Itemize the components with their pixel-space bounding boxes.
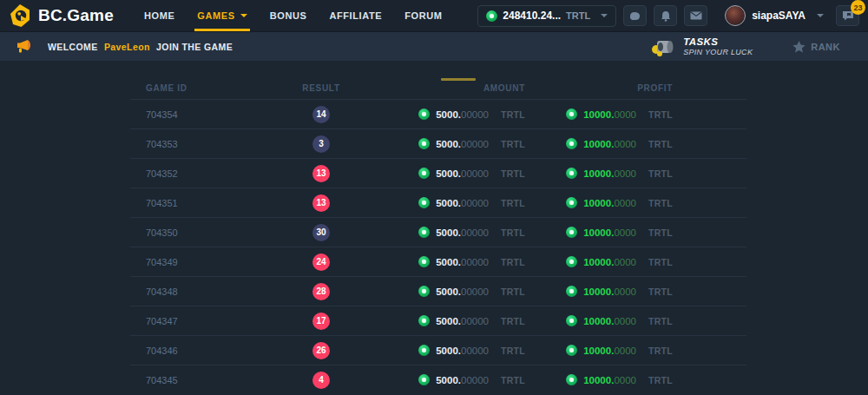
table-row[interactable]: 704347 17 5000.00000 TRTL 10000.0000 TRT… [130, 306, 746, 335]
amount-currency: TRTL [501, 346, 525, 356]
amount-cell: 5000.00000 TRTL [373, 168, 525, 179]
profit-currency: TRTL [648, 109, 673, 120]
profit-dec: 0000 [614, 286, 636, 297]
profit-dec: 0000 [614, 227, 636, 238]
trtl-coin-icon [566, 315, 577, 326]
profit-dec: 0000 [614, 316, 636, 326]
profit-int: 10000. [583, 198, 614, 208]
result-badge: 28 [312, 283, 330, 300]
profit-int: 10000. [583, 109, 614, 120]
result-badge: 30 [312, 224, 330, 241]
amount-int: 5000. [436, 168, 461, 179]
rank-link[interactable]: RANK [792, 41, 840, 53]
welcome-message: WELCOME PaveLeon JOIN THE GAME [48, 42, 233, 52]
table-row[interactable]: 704352 13 5000.00000 TRTL 10000.0000 TRT… [130, 158, 746, 188]
user-menu[interactable]: siapaSAYA [725, 5, 824, 26]
star-icon [792, 41, 806, 53]
trtl-coin-icon [566, 345, 577, 356]
amount-dec: 00000 [461, 139, 489, 149]
amount-cell: 5000.00000 TRTL [373, 138, 525, 149]
result-badge: 3 [312, 135, 330, 153]
amount-dec: 00000 [461, 168, 489, 179]
table-row[interactable]: 704348 28 5000.00000 TRTL 10000.0000 TRT… [130, 276, 746, 306]
amount-cell: 5000.00000 TRTL [373, 197, 525, 208]
nav-forum[interactable]: FORUM [393, 0, 453, 31]
balance-currency: TRTL [566, 10, 590, 21]
trtl-coin-icon [418, 197, 430, 208]
notifications-button[interactable] [654, 5, 677, 26]
table-header: GAME ID RESULT AMOUNT PROFIT [130, 76, 746, 99]
profit-currency: TRTL [648, 198, 673, 208]
welcome-username: PaveLeon [104, 42, 150, 52]
table-row[interactable]: 704346 26 5000.00000 TRTL 10000.0000 TRT… [130, 335, 746, 365]
profit-dec: 0000 [614, 257, 636, 267]
table-row[interactable]: 704345 4 5000.00000 TRTL 10000.0000 TRTL [130, 365, 746, 394]
main-content: GAME ID RESULT AMOUNT PROFIT 704354 14 5… [0, 76, 868, 395]
profit-currency: TRTL [648, 168, 673, 179]
profit-currency: TRTL [648, 375, 673, 385]
profit-cell: 10000.0000 TRTL [525, 109, 673, 120]
nav-games[interactable]: GAMES [186, 0, 258, 31]
amount-cell: 5000.00000 TRTL [373, 256, 525, 267]
profit-currency: TRTL [648, 286, 673, 297]
column-profit: PROFIT [525, 83, 673, 93]
trtl-coin-icon [418, 138, 430, 149]
game-id: 704352 [130, 168, 269, 179]
tasks-link[interactable]: TASKS SPIN YOUR LUCK [649, 36, 753, 57]
table-row[interactable]: 704353 3 5000.00000 TRTL 10000.0000 TRTL [130, 128, 746, 158]
trtl-coin-icon [418, 374, 430, 385]
amount-cell: 5000.00000 TRTL [373, 109, 525, 120]
column-amount: AMOUNT [373, 83, 525, 93]
game-id: 704348 [130, 286, 269, 297]
bell-icon [661, 10, 671, 22]
brand-name: BC.Game [38, 6, 114, 25]
vault-button[interactable] [623, 5, 647, 26]
profit-int: 10000. [583, 227, 614, 238]
main-nav: HOME GAMES BONUS AFFILIATE FORUM [133, 0, 454, 31]
welcome-suffix: JOIN THE GAME [156, 42, 233, 52]
table-row[interactable]: 704349 24 5000.00000 TRTL 10000.0000 TRT… [130, 247, 746, 276]
amount-int: 5000. [436, 109, 461, 120]
amount-cell: 5000.00000 TRTL [373, 286, 525, 297]
amount-int: 5000. [436, 316, 461, 326]
tasks-subtitle: SPIN YOUR LUCK [683, 48, 753, 56]
chevron-down-icon [817, 14, 824, 17]
nav-home[interactable]: HOME [133, 0, 186, 31]
table-row[interactable]: 704354 14 5000.00000 TRTL 10000.0000 TRT… [130, 99, 746, 128]
game-id: 704350 [130, 227, 269, 238]
result-badge: 4 [312, 372, 330, 389]
trtl-coin-icon [418, 315, 430, 326]
rank-label: RANK [811, 42, 840, 52]
trtl-coin-icon [566, 286, 577, 297]
profit-currency: TRTL [648, 346, 673, 356]
amount-currency: TRTL [501, 375, 525, 385]
profit-int: 10000. [583, 375, 614, 385]
profit-cell: 10000.0000 TRTL [525, 168, 673, 179]
amount-int: 5000. [436, 139, 461, 149]
trtl-coin-icon [566, 138, 577, 149]
messages-button[interactable] [684, 5, 707, 26]
amount-dec: 00000 [461, 316, 489, 326]
profit-int: 10000. [583, 316, 614, 326]
nav-affiliate[interactable]: AFFILIATE [318, 0, 393, 31]
trtl-coin-icon [418, 109, 430, 120]
profit-int: 10000. [583, 139, 614, 149]
active-tab-indicator [441, 78, 476, 81]
table-body: 704354 14 5000.00000 TRTL 10000.0000 TRT… [130, 99, 746, 394]
result-badge: 13 [312, 194, 330, 212]
balance-selector[interactable]: 248410.24... TRTL [477, 5, 616, 27]
trtl-coin-icon [418, 227, 430, 238]
trtl-coin-icon [418, 256, 430, 267]
chat-button[interactable]: 23 [836, 5, 859, 26]
nav-bonus[interactable]: BONUS [259, 0, 319, 31]
profit-dec: 0000 [614, 168, 636, 179]
profit-currency: TRTL [648, 257, 673, 267]
table-row[interactable]: 704351 13 5000.00000 TRTL 10000.0000 TRT… [130, 188, 746, 217]
trtl-coin-icon [566, 227, 577, 238]
chat-unread-badge: 23 [851, 0, 865, 15]
trtl-coin-icon [566, 168, 577, 179]
brand-logo[interactable]: BC.Game [9, 3, 114, 28]
amount-dec: 00000 [461, 346, 489, 356]
profit-cell: 10000.0000 TRTL [525, 197, 673, 208]
table-row[interactable]: 704350 30 5000.00000 TRTL 10000.0000 TRT… [130, 217, 746, 247]
